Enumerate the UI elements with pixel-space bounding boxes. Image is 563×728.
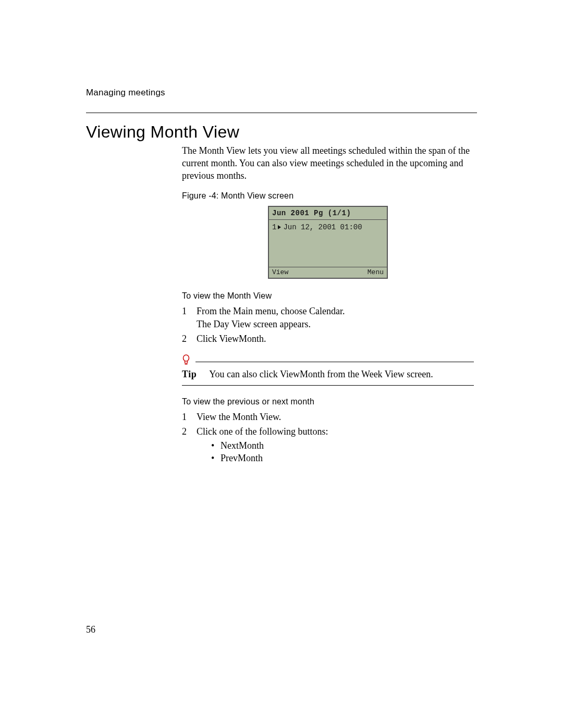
selection-arrow-icon	[278, 225, 281, 229]
step-number: 1	[182, 411, 189, 423]
procedure-title: To view the Month View	[182, 291, 474, 301]
step-text: Click ViewMonth.	[197, 332, 266, 345]
screenshot-softkeys: View Menu	[269, 267, 387, 278]
procedure-steps: 1 View the Month View. 2 Click one of th…	[182, 411, 474, 464]
section-body: The Month View lets you view all meeting…	[182, 145, 474, 464]
procedure-title: To view the previous or next month	[182, 397, 474, 406]
step-main-text: Click one of the following buttons:	[197, 426, 328, 437]
header-rule	[86, 113, 477, 113]
screenshot-item-text: Jun 12, 2001 01:00	[283, 223, 362, 231]
tip-top-rule	[195, 361, 474, 362]
tip-label: Tip	[182, 369, 197, 380]
figure-caption: Figure -4: Month View screen	[182, 191, 474, 201]
tip-bottom-rule	[182, 385, 474, 386]
softkey-right: Menu	[368, 268, 384, 276]
month-view-screenshot: Jun 2001 Pg (1/1) 1 Jun 12, 2001 01:00 V…	[268, 206, 388, 279]
screenshot-item-index: 1	[272, 223, 276, 231]
bullet-item: PrevMonth	[211, 452, 328, 464]
step-number: 2	[182, 425, 189, 464]
step-text: View the Month View.	[197, 411, 281, 423]
step-item: 1 From the Main menu, choose Calendar. T…	[182, 305, 474, 330]
figure-container: Jun 2001 Pg (1/1) 1 Jun 12, 2001 01:00 V…	[182, 206, 474, 279]
bullet-item: NextMonth	[211, 439, 328, 452]
document-page: Managing meetings Viewing Month View The…	[0, 0, 563, 728]
step-main-text: From the Main menu, choose Calendar.	[197, 306, 345, 316]
step-item: 2 Click ViewMonth.	[182, 332, 474, 345]
svg-point-0	[183, 355, 189, 361]
intro-paragraph: The Month View lets you view all meeting…	[182, 145, 474, 182]
running-header: Managing meetings	[86, 88, 477, 98]
step-text: Click one of the following buttons: Next…	[197, 425, 328, 464]
step-text: From the Main menu, choose Calendar. The…	[197, 305, 345, 330]
softkey-left: View	[272, 268, 288, 276]
screenshot-body: 1 Jun 12, 2001 01:00	[269, 220, 387, 235]
step-number: 2	[182, 332, 189, 345]
procedure-steps: 1 From the Main menu, choose Calendar. T…	[182, 305, 474, 345]
step-item: 1 View the Month View.	[182, 411, 474, 423]
step-bullet-list: NextMonth PrevMonth	[197, 439, 328, 465]
tip-text: You can also click ViewMonth from the We…	[209, 369, 433, 380]
section-title: Viewing Month View	[86, 122, 477, 142]
step-item: 2 Click one of the following buttons: Ne…	[182, 425, 474, 464]
page-number: 56	[86, 624, 95, 635]
lightbulb-icon	[182, 354, 191, 366]
screenshot-title-bar: Jun 2001 Pg (1/1)	[269, 207, 387, 220]
step-note-text: The Day View screen appears.	[197, 319, 311, 329]
step-number: 1	[182, 305, 189, 330]
screenshot-list-item: 1 Jun 12, 2001 01:00	[272, 223, 384, 231]
tip-block: Tip You can also click ViewMonth from th…	[182, 352, 474, 386]
